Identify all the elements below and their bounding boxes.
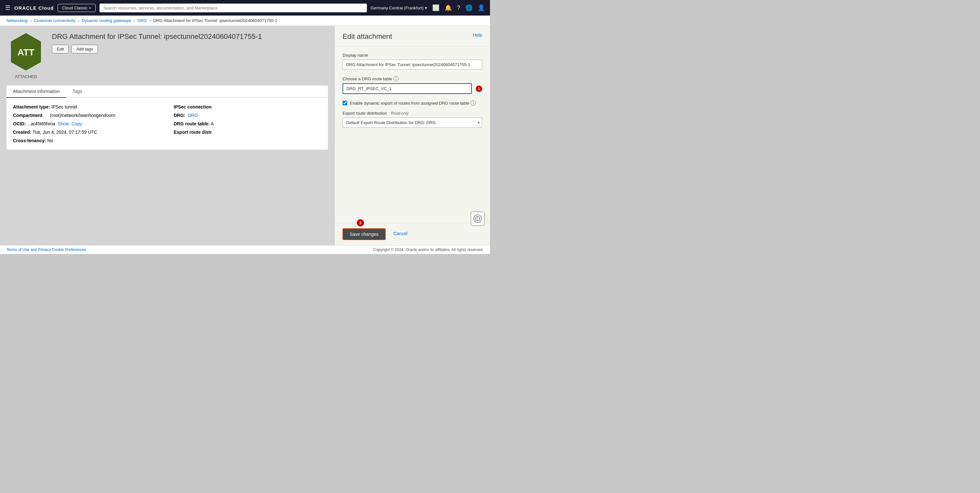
profile-icon[interactable]: 👤 xyxy=(478,4,485,11)
breadcrumb-networking[interactable]: Networking xyxy=(6,18,27,23)
region-label: Germany Central (Frankfurt) xyxy=(371,5,423,10)
drg-route-table-value: A xyxy=(211,121,213,126)
search-input[interactable] xyxy=(100,3,367,12)
page-title: DRG Attachment for IPSec Tunnel: ipsectu… xyxy=(52,32,328,41)
monitor-icon[interactable]: ⬜ xyxy=(432,4,439,11)
svg-point-11 xyxy=(477,220,478,221)
dynamic-export-info-icon[interactable]: i xyxy=(471,100,476,106)
action-buttons: Edit Add tags xyxy=(52,45,328,54)
breadcrumb-sep-4: › xyxy=(150,18,151,23)
tab-attachment-information[interactable]: Attachment information xyxy=(6,86,66,98)
info-grid: Attachment type: IPSec tunnel Compartmen… xyxy=(13,104,321,143)
hamburger-icon[interactable]: ☰ xyxy=(5,4,10,11)
breadcrumb-sep-1: › xyxy=(30,18,32,23)
info-row-attachment-type: Attachment type: IPSec tunnel xyxy=(13,104,161,109)
route-table-select[interactable]: DRG_RT_IPSEC_VC_1 xyxy=(342,83,472,94)
edit-attachment-panel: Edit attachment Help Display name Choose… xyxy=(334,26,490,245)
info-row-drg: DRG: DRG xyxy=(174,113,321,118)
ipsec-label: IPSec connection xyxy=(174,104,321,109)
ocid-copy-link[interactable]: Copy xyxy=(72,121,82,126)
svg-point-12 xyxy=(479,220,480,221)
enable-dynamic-export-checkbox[interactable] xyxy=(342,101,347,105)
breadcrumb-sep-2: › xyxy=(78,18,79,23)
cancel-button[interactable]: Cancel xyxy=(390,228,412,239)
info-row-ocid: OCID: ...ar45t65hma Show Copy xyxy=(13,121,161,126)
choose-route-table-label: Choose a DRG route table i xyxy=(342,76,482,81)
page-header-info: DRG Attachment for IPSec Tunnel: ipsectu… xyxy=(52,32,328,56)
footer-left: Terms of Use and Privacy Cookie Preferen… xyxy=(6,247,86,252)
breadcrumb-dynamic-routing-gateways[interactable]: Dynamic routing gateways xyxy=(82,18,131,23)
info-row-export-route-distr: Export route distr xyxy=(174,130,321,135)
info-row-compartment: Compartment (root)/network/iwanhoogendoo… xyxy=(13,113,161,118)
info-row-cross-tenancy: Cross-tenancy: No xyxy=(13,138,161,143)
drg-label: DRG: xyxy=(174,113,185,118)
nav-right: Germany Central (Frankfurt) ▾ ⬜ 🔔 ? 🌐 👤 xyxy=(371,4,485,11)
help-icon[interactable]: ? xyxy=(457,5,460,11)
svg-text:ATT: ATT xyxy=(18,47,34,57)
enable-dynamic-export-label: Enable dynamic export of routes from ass… xyxy=(350,100,476,106)
ocid-show-link[interactable]: Show xyxy=(58,121,69,126)
export-route-dist-select-wrapper: Default Export Route Distribution for DR… xyxy=(342,117,482,128)
tab-content-attachment-information: Attachment type: IPSec tunnel Compartmen… xyxy=(6,98,328,150)
compartment-label: Compartment xyxy=(13,113,43,118)
tab-tags[interactable]: Tags xyxy=(66,86,89,98)
att-hexagon-icon: ATT xyxy=(6,32,45,71)
region-chevron-icon: ▾ xyxy=(425,5,427,10)
info-col-left: Attachment type: IPSec tunnel Compartmen… xyxy=(13,104,161,143)
breadcrumb: Networking › Customer connectivity › Dyn… xyxy=(0,16,490,26)
help-link[interactable]: Help xyxy=(473,32,482,38)
svg-point-5 xyxy=(477,217,478,218)
form-group-display-name: Display name xyxy=(342,53,482,70)
ocid-label: OCID: xyxy=(13,121,26,126)
cloud-classic-button[interactable]: Cloud Classic > xyxy=(58,4,95,12)
tabs-container: Attachment information Tags Attachment t… xyxy=(6,86,328,150)
enable-dynamic-export-row: Enable dynamic export of routes from ass… xyxy=(342,100,482,106)
oracle-logo: ORACLE Cloud xyxy=(14,5,54,11)
panel-header: Edit attachment Help xyxy=(335,26,490,46)
help-widget[interactable] xyxy=(471,211,485,226)
route-table-info-icon[interactable]: i xyxy=(393,76,399,81)
main-content: ATT ATTACHED DRG Attachment for IPSec Tu… xyxy=(0,26,334,245)
edit-button[interactable]: Edit xyxy=(52,45,69,54)
breadcrumb-drg[interactable]: DRG xyxy=(137,18,147,23)
svg-point-9 xyxy=(479,218,480,219)
globe-icon[interactable]: 🌐 xyxy=(465,4,473,11)
ocid-value: ...ar45t65hma xyxy=(27,121,55,126)
cross-tenancy-value: No xyxy=(47,138,53,143)
top-navigation: ☰ ORACLE Cloud Cloud Classic > Germany C… xyxy=(0,0,490,16)
export-route-dist-label-row: Export route distribution Read-only xyxy=(342,111,482,116)
cross-tenancy-label: Cross-tenancy: xyxy=(13,138,46,143)
display-name-input[interactable] xyxy=(342,60,482,70)
export-route-distr-label: Export route distr xyxy=(174,130,321,135)
svg-point-8 xyxy=(477,218,478,219)
drg-route-table-label: DRG route table: xyxy=(174,121,210,126)
svg-point-4 xyxy=(476,217,477,218)
add-tags-button[interactable]: Add tags xyxy=(71,45,97,54)
page-header: ATT ATTACHED DRG Attachment for IPSec Tu… xyxy=(6,32,328,79)
form-group-drg-route-table: Choose a DRG route table i DRG_RT_IPSEC_… xyxy=(342,76,482,94)
panel-footer: 2 Save changes Cancel xyxy=(335,223,490,245)
page-footer: Terms of Use and Privacy Cookie Preferen… xyxy=(0,245,490,254)
step-2-badge: 2 xyxy=(357,219,364,227)
info-row-created: Created: Tue, Jun 4, 2024, 07:17:59 UTC xyxy=(13,130,161,135)
svg-point-10 xyxy=(476,220,477,221)
save-changes-button[interactable]: Save changes xyxy=(342,228,386,240)
region-selector[interactable]: Germany Central (Frankfurt) ▾ xyxy=(371,5,427,10)
terms-link[interactable]: Terms of Use and Privacy xyxy=(6,247,51,252)
info-row-drg-route-table: DRG route table: A xyxy=(174,121,321,126)
drg-link[interactable]: DRG xyxy=(188,113,198,118)
tabs-header: Attachment information Tags xyxy=(6,86,328,98)
export-route-dist-select[interactable]: Default Export Route Distribution for DR… xyxy=(342,117,482,128)
att-hexagon-container: ATT ATTACHED xyxy=(6,32,45,79)
step-1-badge: 1 xyxy=(476,86,482,92)
bell-icon[interactable]: 🔔 xyxy=(445,4,452,11)
panel-body: Display name Choose a DRG route table i … xyxy=(335,46,490,223)
readonly-text: Read-only xyxy=(391,111,409,116)
cookie-preferences-link[interactable]: Cookie Preferences xyxy=(52,247,86,252)
breadcrumb-sep-3: › xyxy=(134,18,135,23)
status-label: ATTACHED xyxy=(6,74,45,79)
form-group-export-route-dist: Export route distribution Read-only Defa… xyxy=(342,111,482,128)
attachment-type-label: Attachment type: xyxy=(13,104,50,109)
breadcrumb-customer-connectivity[interactable]: Customer connectivity xyxy=(34,18,75,23)
breadcrumb-current-page: DRG Attachment for IPSec Tunnel: ipsectu… xyxy=(153,18,277,23)
